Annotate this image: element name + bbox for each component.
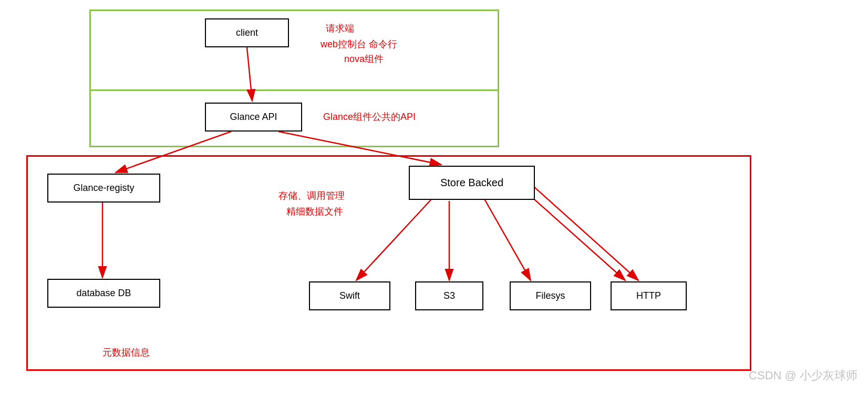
database-db-label: database DB bbox=[76, 288, 131, 299]
glance-registry-box: Glance-registy bbox=[47, 174, 160, 203]
label-meta-info: 元数据信息 bbox=[102, 346, 150, 359]
http-label: HTTP bbox=[636, 290, 661, 301]
client-box: client bbox=[205, 18, 289, 47]
green-border-client bbox=[89, 9, 499, 91]
watermark: CSDN @ 小少灰球师 bbox=[749, 368, 857, 383]
label-storage-manage: 存储、调用管理 bbox=[278, 189, 345, 202]
glance-api-label: Glance API bbox=[230, 112, 277, 123]
swift-box: Swift bbox=[309, 281, 390, 310]
glance-api-box: Glance API bbox=[205, 103, 302, 132]
database-db-box: database DB bbox=[47, 279, 160, 308]
label-request-end: 请求端 bbox=[326, 22, 354, 35]
store-backed-label: Store Backed bbox=[440, 177, 503, 189]
store-backed-box: Store Backed bbox=[409, 166, 535, 200]
glance-registry-label: Glance-registy bbox=[73, 183, 134, 194]
client-label: client bbox=[236, 27, 258, 38]
http-box: HTTP bbox=[611, 281, 687, 310]
filesys-label: Filesys bbox=[535, 290, 565, 301]
label-nova-component: nova组件 bbox=[344, 53, 384, 65]
diagram-container: client Glance API Glance-registy Store B… bbox=[0, 0, 868, 394]
label-glance-public-api: Glance组件公共的API bbox=[323, 110, 416, 123]
swift-label: Swift bbox=[339, 290, 360, 301]
s3-label: S3 bbox=[443, 290, 455, 301]
filesys-box: Filesys bbox=[510, 281, 591, 310]
s3-box: S3 bbox=[415, 281, 483, 310]
label-web-console: web控制台 命令行 bbox=[321, 38, 397, 50]
label-fine-data: 精细数据文件 bbox=[286, 205, 343, 218]
